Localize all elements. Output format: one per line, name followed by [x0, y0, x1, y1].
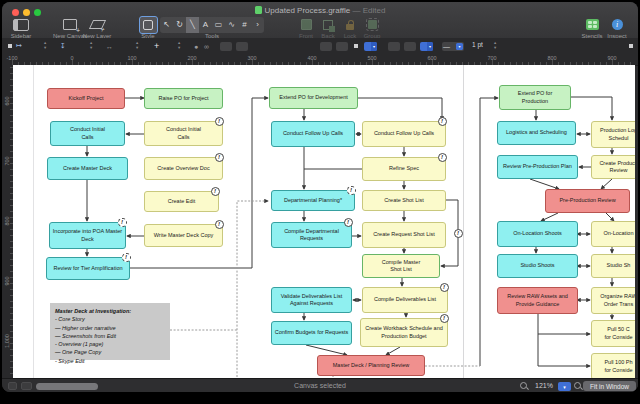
flow-node-on-location-shoots[interactable]: On-Location Shoots — [497, 221, 578, 247]
zoom-in-icon[interactable] — [574, 382, 582, 390]
flow-node-create-overview-doc[interactable]: Create Overview Doc — [144, 157, 223, 180]
flow-node-compile-master-shot-list[interactable]: Compile Master Shot List — [362, 254, 440, 278]
stroke-color-well[interactable]: ▾ — [420, 42, 433, 51]
warning-badge: ! — [118, 218, 127, 227]
warning-badge: ! — [215, 153, 224, 162]
titlebar: Updated Process.graffle — Edited Sidebar… — [2, 2, 638, 39]
format-bar-handle[interactable] — [8, 44, 12, 48]
link-icon[interactable]: ∞ — [204, 41, 209, 51]
connector — [606, 213, 614, 221]
flow-node-organize-raw[interactable]: Organize RAW Order Trans — [591, 287, 635, 314]
canvas[interactable]: Master Deck at Investigation: - Core Sto… — [13, 65, 635, 378]
note-box[interactable]: Master Deck at Investigation: - Core Sto… — [50, 303, 170, 360]
y-position-field[interactable]: ↧ — [60, 41, 66, 51]
zoom-dropdown-button[interactable]: ▾ — [558, 382, 571, 391]
stroke-width-field[interactable]: 1 pt — [472, 41, 483, 48]
tools-segmented: ↖↻╲A▭∿#› — [160, 17, 264, 33]
flow-node-compile-departmental-requests[interactable]: Compile Departmental Requests — [271, 222, 352, 248]
fill-swatch-mini — [354, 44, 358, 48]
line-style-select[interactable]: —▾ — [442, 42, 464, 51]
align-button[interactable] — [220, 42, 232, 51]
inspect-button[interactable]: i Inspect — [602, 17, 632, 39]
flip-vertical-button[interactable] — [336, 42, 348, 51]
grid-tool-icon[interactable]: # — [238, 17, 251, 33]
flow-node-pull-50[interactable]: Pull 50 C for Conside — [591, 320, 635, 347]
flow-node-refine-spec[interactable]: Refine Spec — [362, 157, 446, 181]
stroke-width-stepper[interactable]: ▴▾ — [494, 41, 496, 51]
flow-node-production-logistics-schedule[interactable]: Production Log Schedul — [591, 121, 635, 148]
shape-tool-icon[interactable]: ▭ — [212, 17, 225, 33]
flow-node-conduct-follow-up-calls[interactable]: Conduct Follow Up Calls — [271, 121, 355, 147]
shape-rotate-tool-icon[interactable]: ↻ — [173, 17, 186, 33]
sidebar-button[interactable]: Sidebar — [6, 17, 36, 39]
selection-tool-icon[interactable]: ↖ — [160, 17, 173, 33]
flow-node-review-for-tier-amplification[interactable]: Review for Tier Amplification — [46, 257, 130, 280]
new-layer-button[interactable]: New Layer — [80, 17, 114, 39]
flow-node-studio-doc[interactable]: Studio Sh — [591, 254, 635, 278]
line-tool-icon[interactable]: ╲ — [186, 17, 199, 33]
flow-node-review-raw-assets[interactable]: Review RAW Assets and Provide Guidance — [497, 287, 578, 314]
connection-point-icon[interactable]: ● — [194, 41, 198, 51]
flow-node-validate-deliverables-list[interactable]: Validate Deliverables List Against Reque… — [271, 287, 352, 313]
connector — [480, 98, 498, 366]
flow-node-logistics-and-scheduling[interactable]: Logistics and Scheduling — [497, 121, 576, 145]
new-canvas-icon — [63, 19, 77, 30]
flow-node-compile-deliverables-list[interactable]: Compile Deliverables List — [362, 287, 448, 313]
ruler-label: 600 — [4, 91, 10, 111]
flow-node-create-edit[interactable]: Create Edit — [144, 191, 219, 212]
sidebar-toggle-mini[interactable] — [8, 382, 17, 390]
note-line: — Higher order narrative — [55, 324, 165, 332]
flow-node-departmental-planning[interactable]: Departmental Planning* — [271, 190, 355, 211]
text-tool-icon[interactable]: A — [199, 17, 212, 33]
distribute-button[interactable] — [236, 42, 248, 51]
fit-in-window-button[interactable]: Fit in Window — [583, 381, 636, 391]
group-button[interactable]: Group — [359, 17, 385, 39]
flow-node-on-location-doc[interactable]: On-Location — [591, 221, 635, 247]
connector — [358, 98, 442, 120]
width-field[interactable]: ↔ — [106, 41, 113, 51]
zoom-out-icon[interactable] — [520, 382, 528, 390]
stroke-color-dropdown-icon[interactable]: ▾ — [427, 42, 433, 51]
flow-node-conduct-initial-calls[interactable]: Conduct Initial Calls — [50, 121, 125, 146]
fill-color-dropdown-icon[interactable]: ▾ — [371, 42, 377, 51]
flow-node-review-pre-production-plan[interactable]: Review Pre-Production Plan — [497, 155, 578, 179]
connector — [538, 314, 590, 334]
flow-node-confirm-budgets-for-requests[interactable]: Confirm Budgets for Requests — [271, 321, 352, 345]
canvas-nav-button[interactable] — [21, 382, 32, 390]
flow-node-raise-po-for-project[interactable]: Raise PO for Project — [144, 88, 223, 109]
width-stepper[interactable]: ▴▾ — [136, 41, 138, 51]
more-tools-icon[interactable]: › — [251, 17, 264, 33]
flow-node-master-deck-planning-review[interactable]: Master Deck / Planning Review — [317, 355, 425, 376]
h-scrollbar-thumb[interactable] — [36, 383, 98, 390]
flow-node-conduct-initial-calls-doc[interactable]: Conduct Initial Calls — [144, 121, 223, 146]
flow-node-conduct-follow-up-calls-doc[interactable]: Conduct Follow Up Calls — [362, 121, 446, 147]
curve-tool-icon[interactable]: ∿ — [225, 17, 238, 33]
note-line: - Overview (1 page) — [55, 340, 165, 348]
flow-node-pull-100[interactable]: Pull 100 Ph for Conside — [591, 353, 635, 378]
flow-node-studio-shoots[interactable]: Studio Shoots — [497, 254, 578, 278]
flow-node-create-production-review[interactable]: Create Producti Review — [591, 155, 635, 179]
x-position-stepper[interactable]: ▴▾ — [44, 41, 46, 51]
flow-node-pre-production-review[interactable]: Pre-Production Review — [545, 189, 630, 213]
flow-node-extend-po-for-development[interactable]: Extend PO for Development — [269, 87, 358, 109]
shadow-color-well[interactable] — [388, 42, 400, 51]
format-bar-end-handle[interactable] — [629, 44, 633, 48]
warning-badge: ! — [438, 117, 447, 126]
flow-node-incorporate-into-poa-master-deck[interactable]: Incorporate into POA Master Deck — [49, 222, 126, 249]
origin-crosshair-icon[interactable]: + — [154, 41, 159, 51]
flow-node-create-request-shot-list[interactable]: Create Request Shot List — [362, 222, 446, 248]
image-well[interactable] — [404, 42, 416, 51]
flow-node-create-shot-list[interactable]: Create Shot List — [362, 190, 446, 211]
flow-node-create-workback-schedule[interactable]: Create Workback Schedule and Production … — [360, 318, 448, 347]
flow-node-extend-po-for-production[interactable]: Extend PO for Production — [499, 85, 571, 110]
zoom-level-value[interactable]: 121% — [535, 382, 553, 389]
flow-node-kickoff-project[interactable]: Kickoff Project — [47, 88, 125, 109]
y-position-stepper[interactable]: ▴▾ — [90, 41, 92, 51]
flow-node-write-master-deck-copy[interactable]: Write Master Deck Copy — [144, 224, 223, 247]
flip-horizontal-button[interactable] — [320, 42, 332, 51]
x-position-field[interactable]: ↦ — [16, 41, 22, 51]
flow-node-create-master-deck[interactable]: Create Master Deck — [47, 157, 128, 180]
note-title: Master Deck at Investigation: — [55, 307, 165, 315]
fill-color-well[interactable]: ▾ — [364, 42, 377, 51]
origin-stepper[interactable]: ▴▾ — [178, 41, 180, 51]
